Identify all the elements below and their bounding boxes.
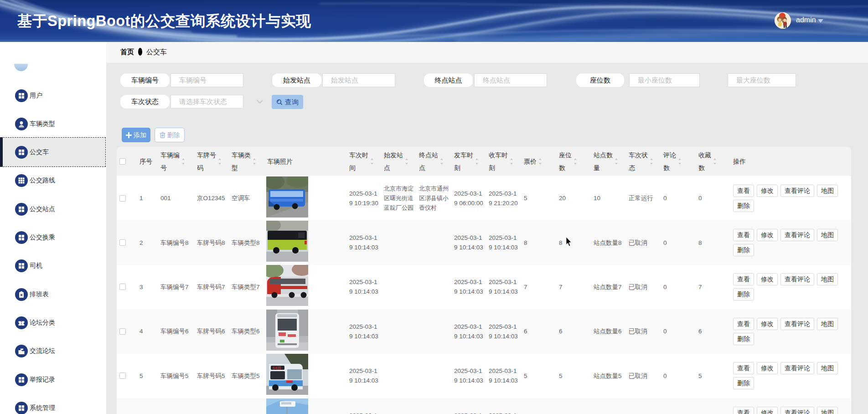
svg-text:64路: 64路 (273, 366, 281, 370)
